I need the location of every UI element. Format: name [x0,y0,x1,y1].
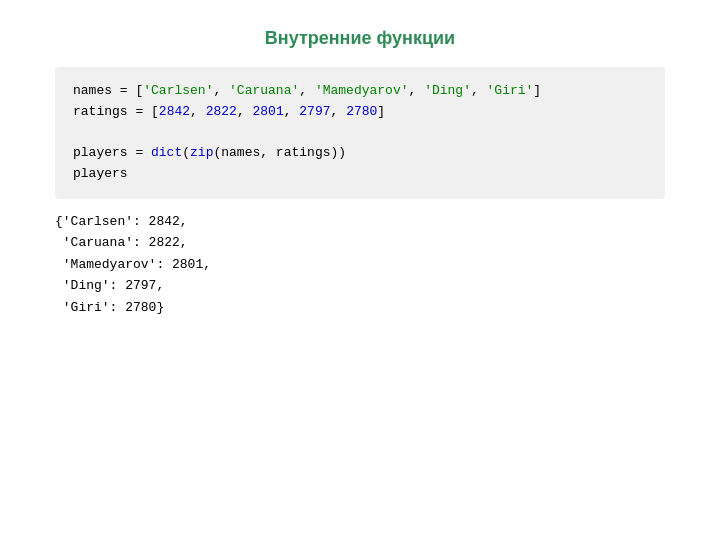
code-line-5: players [73,164,647,185]
output-line-1: {'Carlsen': 2842, [55,211,665,232]
output-block: {'Carlsen': 2842, 'Caruana': 2822, 'Mame… [55,211,665,318]
code-line-2: ratings = [2842, 2822, 2801, 2797, 2780] [73,102,647,123]
page-title: Внутренние функции [0,0,720,67]
code-block: names = ['Carlsen', 'Caruana', 'Mamedyar… [55,67,665,199]
output-line-5: 'Giri': 2780} [55,297,665,318]
output-line-3: 'Mamedyarov': 2801, [55,254,665,275]
code-line-blank [73,123,647,144]
output-line-2: 'Caruana': 2822, [55,232,665,253]
output-line-4: 'Ding': 2797, [55,275,665,296]
code-line-4: players = dict(zip(names, ratings)) [73,143,647,164]
code-line-1: names = ['Carlsen', 'Caruana', 'Mamedyar… [73,81,647,102]
